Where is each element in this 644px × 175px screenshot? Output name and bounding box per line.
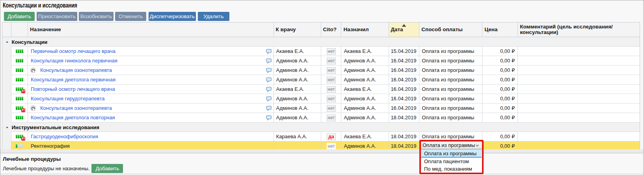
status-bars-icon	[16, 97, 23, 100]
cito-value: нет	[327, 67, 336, 74]
row-payment-cell: Оплата из программы	[419, 103, 482, 113]
header-assigned-by[interactable]: Назначил	[341, 23, 389, 37]
warning-mark	[24, 90, 24, 92]
row-date-cell: 16.04.2019	[389, 94, 419, 103]
group-row-instrumental[interactable]: Инструментальные исследования	[2, 122, 640, 132]
header-payment[interactable]: Способ оплаты	[419, 23, 482, 37]
pane-top-border	[0, 0, 644, 0]
comment-bubble-icon[interactable]	[266, 96, 272, 102]
payment-select[interactable]: Оплата из программы	[421, 142, 482, 150]
appointment-name-wrap: Повторный осмотр лечащего врача	[30, 85, 274, 94]
table-row[interactable]: Консультация озонотерапевта Админов А.А.…	[2, 66, 640, 75]
table-row[interactable]: Повторный осмотр лечащего врача Акаева Е…	[2, 85, 640, 94]
row-to-doctor-cell: Акаева Е.А.	[274, 47, 322, 56]
status-bar-segment	[18, 97, 19, 100]
appointment-link[interactable]: Консультация гинеколога первичная	[30, 58, 117, 64]
status-bar-segment	[18, 87, 19, 91]
recurrence-icon	[30, 68, 36, 73]
row-comment-cell	[518, 66, 640, 75]
procedures-add-button[interactable]: Добавить	[91, 164, 123, 173]
status-bar-segment	[18, 49, 19, 53]
table-row[interactable]: Консультация диетолога повторная Админов…	[2, 113, 640, 122]
header-name[interactable]: Назначение	[28, 23, 274, 37]
table-row[interactable]: Консультация озонотерапевта Админов А.А.…	[2, 103, 640, 113]
warning-icon	[21, 89, 25, 93]
group-row-consultations[interactable]: Консультации	[2, 37, 640, 47]
row-status-cell	[11, 103, 28, 113]
header-cito[interactable]: Cito?	[321, 23, 341, 37]
appointment-link[interactable]: Консультация озонотерапевта	[40, 105, 112, 111]
dropdown-option-1[interactable]: Оплата из программы	[421, 150, 482, 158]
status-bar-segment	[22, 97, 23, 100]
header-to-doctor[interactable]: К врачу	[274, 23, 322, 37]
appointment-link[interactable]: Повторный осмотр лечащего врача	[30, 86, 115, 92]
appointment-link[interactable]: Гастродуоденофиброскопия	[30, 134, 98, 139]
resume-button[interactable]: Возобновить	[79, 12, 114, 21]
row-date-cell: 16.04.2019	[389, 85, 419, 94]
header-comment[interactable]: Комментарий (цель исследования/консульта…	[518, 23, 640, 37]
comment-bubble-icon[interactable]	[266, 106, 272, 111]
row-date-cell: 18.04.2019	[389, 113, 419, 122]
dropdown-option-3[interactable]: По мед. показаниям	[421, 165, 482, 173]
status-bars-icon	[16, 144, 23, 148]
status-bar-segment	[20, 116, 21, 119]
pause-button[interactable]: Приостановить	[37, 12, 78, 21]
header-date[interactable]: Дата	[389, 23, 419, 37]
table-row[interactable]: Консультация диетолога первичная Админов…	[2, 75, 640, 85]
add-button[interactable]: Добавить	[4, 12, 35, 21]
row-payment-cell: Оплата из программы	[419, 113, 482, 122]
appointment-name-wrap: Консультация озонотерапевта	[30, 103, 274, 113]
comment-bubble-icon[interactable]	[266, 58, 272, 64]
row-tree-cell	[2, 103, 11, 113]
appointment-link[interactable]: Консультация диетолога повторная	[30, 115, 115, 120]
dropdown-option-2[interactable]: Оплата пациентом	[421, 158, 482, 165]
table-row[interactable]: Консультация гинеколога первичная Админо…	[2, 56, 640, 66]
header-price[interactable]: Цена	[482, 23, 518, 37]
row-cito-cell: нет	[321, 56, 341, 66]
appointments-table: Назначение К врачу Cito? Назначил Дата С…	[2, 22, 640, 149]
table-row[interactable]: Первичный осмотр лечащего врача Акаева Е…	[2, 47, 640, 56]
row-tree-cell	[2, 113, 11, 122]
row-to-doctor-cell: Админов А.А.	[274, 113, 322, 122]
row-date-cell: 16.04.2019	[389, 75, 419, 85]
row-status-cell	[11, 66, 28, 75]
dispatch-button[interactable]: Диспетчеризовать	[149, 12, 196, 21]
appointment-link[interactable]: Первичный осмотр лечащего врача	[30, 48, 115, 54]
status-bar-segment	[20, 49, 21, 53]
table-row[interactable]: Консультация гирудотерапевта Админов А.А…	[2, 94, 640, 103]
row-price-cell: 0,00 ₽	[482, 132, 518, 141]
table-row[interactable]: Гастродуоденофиброскопия Караева А.А. да…	[2, 132, 640, 141]
row-status-cell	[11, 94, 28, 103]
comment-bubble-icon[interactable]	[266, 87, 272, 92]
procedures-panel: Лечебные процедуры Лечебные процедуры не…	[0, 153, 643, 174]
header-comment-line1: Комментарий (цель исследования/	[520, 24, 612, 30]
status-bars-icon	[16, 59, 23, 62]
row-tree-cell	[2, 132, 11, 141]
collapse-triangle-icon[interactable]	[6, 126, 8, 128]
row-date-cell: 16.04.2019	[389, 56, 419, 66]
cancel-button[interactable]: Отменить	[115, 12, 146, 21]
appointment-link[interactable]: Консультация гирудотерапевта	[30, 96, 105, 102]
status-bar-segment	[16, 116, 17, 119]
row-tree-cell	[2, 94, 11, 103]
row-assigned-by-cell: Админов А.А.	[341, 103, 389, 113]
status-bar-segment	[18, 106, 19, 110]
row-cito-cell: нет	[321, 47, 341, 56]
delete-button[interactable]: Удалить	[198, 12, 229, 21]
row-price-cell: 0,00 ₽	[482, 85, 518, 94]
header-expand	[2, 23, 11, 37]
warning-mark	[22, 109, 23, 111]
status-bars-icon	[16, 116, 23, 119]
status-bar-segment-off	[22, 144, 23, 148]
appointment-link[interactable]: Консультация диетолога первичная	[30, 77, 115, 83]
appointment-link[interactable]: Консультация озонотерапевта	[40, 67, 112, 73]
appointment-name-wrap: Консультация озонотерапевта	[30, 66, 274, 75]
comment-bubble-icon[interactable]	[266, 115, 272, 120]
collapse-triangle-icon[interactable]	[6, 41, 8, 43]
comment-bubble-icon[interactable]	[266, 77, 272, 83]
cito-value: нет	[327, 96, 336, 102]
comment-bubble-icon[interactable]	[266, 49, 272, 54]
appointment-link[interactable]: Рентгенография	[30, 143, 70, 149]
row-status-cell	[11, 113, 28, 122]
comment-bubble-icon[interactable]	[266, 68, 272, 73]
